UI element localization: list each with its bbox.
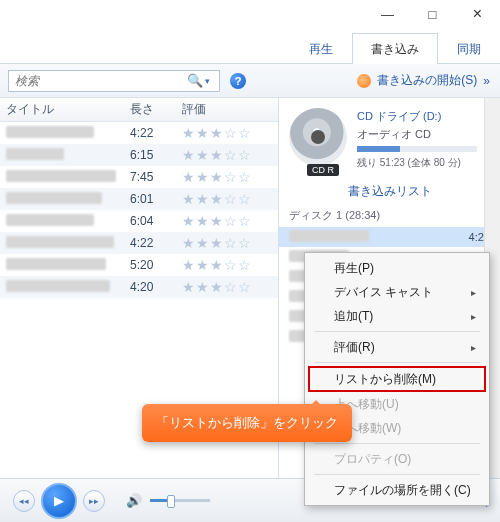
- cd-drive-info: CD R CD ドライブ (D:) オーディオ CD 残り 51:23 (全体 …: [279, 98, 500, 179]
- burn-list-item[interactable]: 4:22: [279, 227, 500, 247]
- col-rating[interactable]: 評価: [182, 101, 278, 118]
- ctx-separator: [314, 331, 480, 332]
- search-input[interactable]: [9, 74, 185, 88]
- start-burn-button[interactable]: 書き込みの開始(S) »: [357, 72, 490, 89]
- chevron-right-icon: »: [483, 74, 490, 88]
- ctx-play[interactable]: 再生(P): [308, 256, 486, 280]
- toolbar: 🔍 ▾ ? 書き込みの開始(S) »: [0, 64, 500, 98]
- track-row[interactable]: 6:04★★★☆☆: [0, 210, 278, 232]
- close-button[interactable]: ×: [455, 0, 500, 28]
- window-titlebar: — □ ×: [0, 0, 500, 30]
- main-tabs: 再生 書き込み 同期: [0, 30, 500, 64]
- search-dropdown-icon[interactable]: ▾: [205, 76, 219, 86]
- track-row[interactable]: 6:15★★★☆☆: [0, 144, 278, 166]
- tab-burn[interactable]: 書き込み: [352, 33, 438, 64]
- track-row[interactable]: 4:20★★★☆☆: [0, 276, 278, 298]
- ctx-rate[interactable]: 評価(R)▸: [308, 335, 486, 359]
- column-headers: タイトル 長さ 評価: [0, 98, 278, 122]
- cd-drive-label: CD ドライブ (D:): [357, 108, 492, 126]
- start-burn-label: 書き込みの開始(S): [377, 72, 477, 89]
- search-box[interactable]: 🔍 ▾: [8, 70, 220, 92]
- tab-play[interactable]: 再生: [290, 33, 352, 64]
- maximize-button[interactable]: □: [410, 0, 455, 28]
- cdr-badge: CD R: [307, 164, 339, 176]
- col-title[interactable]: タイトル: [0, 101, 130, 118]
- ctx-separator: [314, 443, 480, 444]
- instruction-callout: 「リストから削除」をクリック: [142, 404, 352, 442]
- minimize-button[interactable]: —: [365, 0, 410, 28]
- burn-list-header: 書き込みリスト: [279, 179, 500, 204]
- ctx-separator: [314, 362, 480, 363]
- ctx-device-cast[interactable]: デバイス キャスト▸: [308, 280, 486, 304]
- cd-remaining-label: 残り 51:23 (全体 80 分): [357, 155, 492, 171]
- disc-summary: ディスク 1 (28:34): [279, 204, 500, 227]
- ctx-remove-from-list[interactable]: リストから削除(M): [308, 366, 486, 392]
- next-button[interactable]: ▸▸: [83, 490, 105, 512]
- ctx-properties: プロパティ(O): [308, 447, 486, 471]
- help-icon[interactable]: ?: [230, 73, 246, 89]
- disc-icon: [289, 108, 347, 166]
- ctx-add[interactable]: 追加(T)▸: [308, 304, 486, 328]
- tab-sync[interactable]: 同期: [438, 33, 500, 64]
- volume-slider[interactable]: [150, 499, 210, 502]
- track-row[interactable]: 5:20★★★☆☆: [0, 254, 278, 276]
- search-icon[interactable]: 🔍: [185, 73, 205, 88]
- volume-icon[interactable]: 🔊: [126, 493, 142, 508]
- play-button[interactable]: ▶: [41, 483, 77, 519]
- track-row[interactable]: 4:22★★★☆☆: [0, 122, 278, 144]
- ctx-separator: [314, 474, 480, 475]
- context-menu: 再生(P) デバイス キャスト▸ 追加(T)▸ 評価(R)▸ リストから削除(M…: [304, 252, 490, 506]
- cd-type-label: オーディオ CD: [357, 126, 492, 144]
- ctx-open-location[interactable]: ファイルの場所を開く(C): [308, 478, 486, 502]
- col-length[interactable]: 長さ: [130, 101, 182, 118]
- track-row[interactable]: 7:45★★★☆☆: [0, 166, 278, 188]
- track-row[interactable]: 6:01★★★☆☆: [0, 188, 278, 210]
- track-row[interactable]: 4:22★★★☆☆: [0, 232, 278, 254]
- prev-button[interactable]: ◂◂: [13, 490, 35, 512]
- cd-capacity-bar: [357, 146, 477, 152]
- burn-disc-icon: [357, 74, 371, 88]
